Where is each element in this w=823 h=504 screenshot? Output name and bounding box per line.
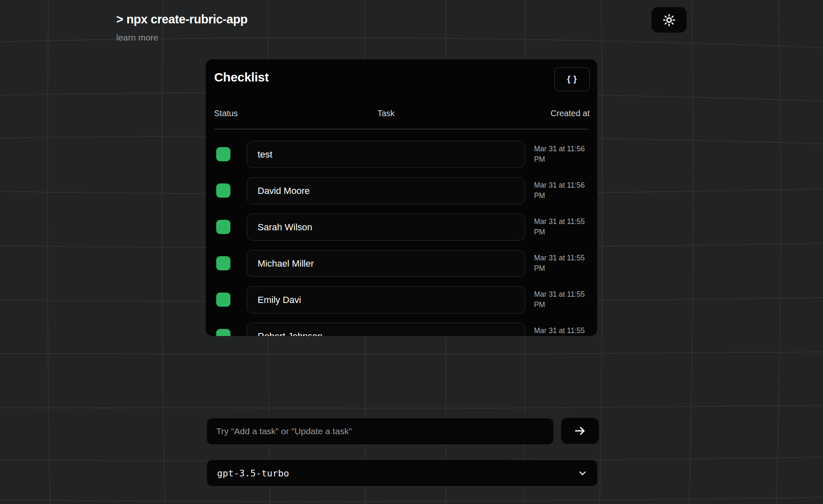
- status-checkbox[interactable]: [216, 256, 230, 270]
- status-checkbox[interactable]: [216, 183, 230, 198]
- status-checkbox[interactable]: [216, 329, 230, 336]
- arrow-right-icon: [573, 424, 587, 438]
- task-row: Mar 31 at 11:56 PM: [206, 177, 597, 204]
- task-input[interactable]: [247, 323, 525, 336]
- status-checkbox[interactable]: [216, 293, 230, 307]
- task-row: Mar 31 at 11:55 PM: [206, 214, 597, 241]
- status-checkbox[interactable]: [216, 220, 230, 234]
- status-checkbox[interactable]: [216, 147, 230, 161]
- checklist-card: Checklist { } Status Task Created at Mar…: [206, 59, 597, 336]
- sun-icon: [663, 14, 675, 26]
- page-title: > npx create-rubric-app: [116, 13, 248, 26]
- task-row: Mar 31 at 11:55 PM: [206, 323, 597, 336]
- column-header-task: Task: [247, 109, 525, 118]
- column-header-created-at: Created at: [551, 109, 590, 118]
- model-select[interactable]: gpt-3.5-turbo: [207, 460, 597, 486]
- task-input[interactable]: [247, 286, 525, 313]
- task-row: Mar 31 at 11:56 PM: [206, 141, 597, 168]
- header-divider: [214, 129, 589, 130]
- learn-more-link[interactable]: learn more: [116, 33, 158, 43]
- theme-toggle-button[interactable]: [652, 7, 687, 33]
- task-list: Mar 31 at 11:56 PM Mar 31 at 11:56 PM Ma…: [206, 141, 597, 336]
- created-at-label: Mar 31 at 11:56 PM: [534, 144, 586, 165]
- task-input[interactable]: [247, 141, 525, 168]
- created-at-label: Mar 31 at 11:55 PM: [534, 326, 586, 336]
- task-command-input[interactable]: [207, 418, 553, 444]
- chevron-down-icon: [578, 468, 587, 478]
- task-input[interactable]: [247, 250, 525, 277]
- task-row: Mar 31 at 11:55 PM: [206, 286, 597, 313]
- created-at-label: Mar 31 at 11:55 PM: [534, 289, 586, 310]
- json-view-button[interactable]: { }: [555, 67, 590, 91]
- created-at-label: Mar 31 at 11:55 PM: [534, 216, 586, 237]
- task-input[interactable]: [247, 214, 525, 241]
- task-input[interactable]: [247, 177, 525, 204]
- model-select-value: gpt-3.5-turbo: [217, 468, 289, 479]
- created-at-label: Mar 31 at 11:55 PM: [534, 253, 586, 274]
- task-row: Mar 31 at 11:55 PM: [206, 250, 597, 277]
- created-at-label: Mar 31 at 11:56 PM: [534, 180, 586, 201]
- app-root: > npx create-rubric-app learn more Check…: [0, 0, 823, 504]
- column-header-status: Status: [214, 109, 238, 118]
- checklist-title: Checklist: [214, 70, 269, 84]
- submit-button[interactable]: [561, 418, 599, 444]
